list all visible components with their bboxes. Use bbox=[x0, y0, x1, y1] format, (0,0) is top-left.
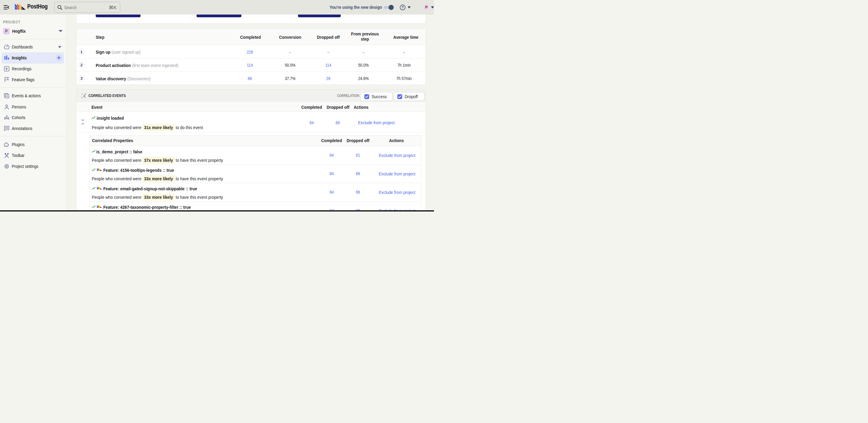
svg-text:?: ? bbox=[402, 5, 404, 9]
svg-text:A: A bbox=[6, 94, 8, 97]
